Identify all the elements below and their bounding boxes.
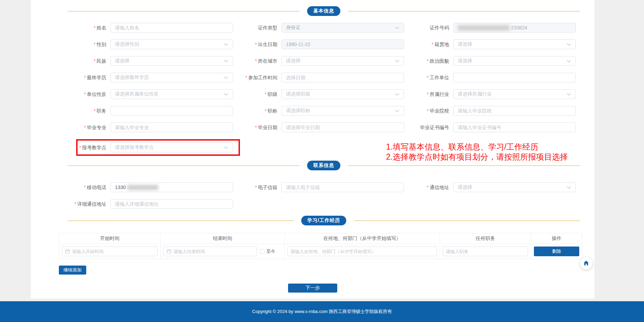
chevron-down-icon bbox=[395, 92, 400, 97]
calendar-icon bbox=[167, 249, 171, 254]
field-label: 参加工作时间 bbox=[248, 75, 277, 80]
experience-table: 开始时间 结束时间 在何地、何部门（从中学开始填写） 任何职务 操作 至今 bbox=[59, 233, 582, 259]
chevron-down-icon bbox=[224, 59, 229, 63]
city-select[interactable]: 请选择 bbox=[281, 56, 404, 66]
work-start-date-input[interactable] bbox=[281, 73, 404, 82]
field-detail-address: *详细通信地址 bbox=[52, 199, 233, 209]
field-employer: *工作单位 bbox=[404, 73, 576, 82]
id-type-select: 身份证 bbox=[281, 23, 404, 33]
field-mobile: *移动电话 1330 bbox=[52, 182, 233, 192]
chevron-down-icon bbox=[224, 75, 229, 80]
copyright-text: Copyright © 2024 by www.s-mba.com 陕西工商管理… bbox=[252, 308, 392, 315]
field-grad-school: *毕业院校 bbox=[404, 106, 576, 116]
field-label: 毕业专业 bbox=[87, 125, 106, 130]
delete-row-button[interactable]: 删除 bbox=[534, 247, 579, 256]
ethnicity-select[interactable]: 请选择 bbox=[110, 56, 233, 66]
education-select[interactable]: 请选择最终学历 bbox=[110, 73, 233, 82]
chevron-down-icon bbox=[395, 59, 400, 63]
grad-school-input[interactable] bbox=[453, 106, 576, 116]
field-city: *所在城市 请选择 bbox=[233, 56, 404, 66]
cert-no-input[interactable] bbox=[453, 123, 576, 132]
teaching-site-select[interactable]: 请选择报考教学点 bbox=[110, 143, 233, 152]
grad-date-input[interactable] bbox=[281, 123, 404, 132]
major-input[interactable] bbox=[110, 123, 233, 132]
annotation-text: 1.填写基本信息、联系信息、学习/工作经历 2.选择教学点时如有项目划分，请按照… bbox=[386, 142, 568, 162]
field-label: 最终学历 bbox=[87, 75, 106, 80]
field-label: 证件号码 bbox=[430, 25, 449, 30]
field-label: 性别 bbox=[97, 42, 106, 47]
field-postal-address: *通信地址 请选择 bbox=[404, 182, 576, 192]
start-time-picker[interactable] bbox=[62, 247, 158, 256]
home-icon bbox=[583, 260, 589, 266]
field-label: 工作单位 bbox=[430, 75, 449, 80]
detail-address-input[interactable] bbox=[110, 199, 233, 209]
field-label: 职务 bbox=[97, 108, 106, 114]
start-time-input[interactable] bbox=[72, 249, 154, 254]
field-label: 移动电话 bbox=[87, 185, 106, 190]
chevron-down-icon bbox=[395, 109, 400, 113]
political-status-select[interactable]: 请选择 bbox=[453, 56, 576, 66]
field-position: *职务 bbox=[52, 106, 233, 116]
email-input[interactable] bbox=[281, 182, 404, 192]
rank-select[interactable]: 请选择职级 bbox=[281, 89, 404, 99]
section-badge-basic: 基本信息 bbox=[307, 6, 340, 16]
duty-input-wrap[interactable] bbox=[443, 247, 528, 256]
field-grad-date: *毕业日期 bbox=[233, 123, 404, 132]
add-more-button[interactable]: 继续添加 bbox=[59, 266, 86, 275]
chevron-down-icon bbox=[224, 42, 229, 47]
home-button[interactable] bbox=[580, 257, 592, 269]
field-ethnicity: *民族 请选择 bbox=[52, 56, 233, 66]
field-label: 所属行业 bbox=[430, 91, 449, 97]
position-input[interactable] bbox=[110, 106, 233, 116]
mobile-input[interactable]: 1330 bbox=[110, 182, 233, 192]
field-work-start: *参加工作时间 bbox=[233, 73, 404, 82]
end-time-picker[interactable] bbox=[163, 247, 257, 256]
field-cert-no: *毕业证书编号 bbox=[404, 123, 576, 132]
basic-info-form: *姓名 *证件类型 身份证 *证件号码 220824 *性别 bbox=[52, 23, 594, 156]
field-label: 所在城市 bbox=[258, 58, 277, 64]
field-label: 单位性质 bbox=[87, 91, 106, 97]
until-now-option[interactable]: 至今 bbox=[260, 248, 275, 254]
field-birth-date: *出生日期 1990-11-22 bbox=[233, 39, 404, 49]
section-badge-contact: 联系信息 bbox=[307, 161, 340, 170]
field-label: 通信地址 bbox=[430, 185, 449, 190]
annotation-line-2: 2.选择教学点时如有项目划分，请按照所报项目选择 bbox=[386, 152, 568, 162]
field-label: 政治面貌 bbox=[430, 58, 449, 64]
employer-input[interactable] bbox=[453, 73, 576, 82]
annotation-line-1: 1.填写基本信息、联系信息、学习/工作经历 bbox=[386, 142, 568, 152]
col-header-action: 操作 bbox=[531, 233, 582, 244]
employer-type-select[interactable]: 请选择所属单位性质 bbox=[110, 89, 233, 99]
field-id-number: *证件号码 220824 bbox=[404, 23, 576, 33]
duty-input[interactable] bbox=[446, 249, 525, 254]
postal-address-select[interactable]: 请选择 bbox=[453, 182, 576, 192]
birth-date-value: 1990-11-22 bbox=[281, 39, 404, 49]
end-time-input[interactable] bbox=[173, 249, 254, 254]
required-mark: * bbox=[94, 25, 96, 30]
redacted-value bbox=[458, 25, 510, 30]
until-now-checkbox[interactable] bbox=[260, 249, 265, 254]
id-number-value: 220824 bbox=[453, 23, 576, 33]
next-step-button[interactable]: 下一步 bbox=[288, 284, 337, 293]
native-place-select[interactable]: 请选择 bbox=[453, 39, 576, 49]
field-teaching-site: *报考教学点 请选择报考教学点 bbox=[78, 143, 233, 152]
place-input[interactable] bbox=[290, 249, 434, 254]
chevron-down-icon bbox=[566, 42, 571, 47]
place-input-wrap[interactable] bbox=[287, 247, 437, 256]
prof-title-select[interactable]: 请选择职称 bbox=[281, 106, 404, 116]
industry-select[interactable]: 请选择所属行业 bbox=[453, 89, 576, 99]
col-header-end-time: 结束时间 bbox=[161, 233, 285, 244]
page-footer: Copyright © 2024 by www.s-mba.com 陕西工商管理… bbox=[0, 301, 644, 322]
field-label: 电子信箱 bbox=[258, 185, 277, 190]
field-education: *最终学历 请选择最终学历 bbox=[52, 73, 233, 82]
field-label: 出生日期 bbox=[258, 42, 277, 47]
gender-select[interactable]: 请选择性别 bbox=[110, 39, 233, 49]
table-cell-duty bbox=[440, 244, 531, 259]
field-label: 报考教学点 bbox=[82, 145, 106, 150]
until-now-label: 至今 bbox=[266, 248, 275, 254]
section-divider-basic: 基本信息 bbox=[68, 6, 580, 16]
name-input[interactable] bbox=[110, 23, 233, 33]
field-prof-title: *职称 请选择职称 bbox=[233, 106, 404, 116]
field-label: 籍贯地 bbox=[435, 42, 449, 47]
field-label: 毕业日期 bbox=[258, 125, 277, 130]
field-label: 证件类型 bbox=[258, 25, 277, 30]
